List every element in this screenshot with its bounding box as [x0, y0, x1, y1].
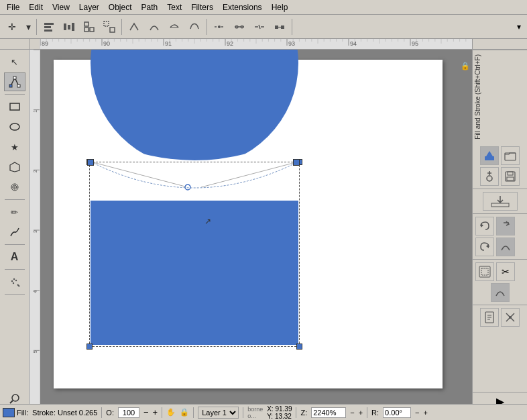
svg-line-125	[201, 162, 298, 187]
opacity-label: O:	[106, 409, 114, 417]
svg-rect-139	[479, 266, 490, 277]
node-symmetric-btn[interactable]	[165, 17, 184, 36]
status-sep-4	[243, 407, 243, 418]
ruler-corner	[0, 39, 30, 49]
svg-rect-135	[507, 177, 514, 180]
svg-line-19	[259, 25, 260, 29]
import-btn[interactable]	[483, 192, 518, 211]
weld-btn[interactable]	[501, 308, 520, 327]
fill-indicator: Fill:	[3, 408, 28, 417]
tool-sep-4	[5, 269, 25, 270]
end-nodes-btn[interactable]	[270, 17, 289, 36]
fill-color-btn[interactable]	[480, 146, 499, 165]
node-editor-tool[interactable]	[4, 72, 25, 91]
zoom-minus[interactable]: −	[350, 409, 354, 417]
svg-text:2: 2	[33, 170, 38, 172]
layer-select[interactable]: Layer 1	[198, 407, 239, 419]
tool-sep-5	[5, 294, 25, 295]
save-btn[interactable]	[501, 167, 520, 186]
tool-sep-3	[5, 244, 25, 245]
distribute-h-btn[interactable]	[60, 17, 78, 36]
toolbar-dropdown[interactable]: ▾	[23, 17, 34, 36]
path-node-btn[interactable]	[491, 283, 510, 302]
text-tool[interactable]: A	[4, 248, 25, 266]
node-cusp-btn[interactable]	[125, 17, 143, 36]
zoom-plus[interactable]: +	[359, 409, 363, 417]
transform-btn[interactable]	[475, 262, 494, 281]
redo-btn[interactable]	[475, 238, 494, 256]
opacity-input[interactable]	[118, 407, 139, 418]
calligraphy-tool[interactable]	[4, 223, 25, 242]
selector-tool[interactable]: ↖	[4, 52, 25, 71]
join-path-btn[interactable]	[230, 17, 249, 36]
canvas-lock-icon[interactable]: 🔒	[460, 60, 471, 71]
status-sep-6	[367, 407, 367, 418]
opacity-minus[interactable]: −	[143, 407, 149, 417]
ruler-left-corner	[30, 39, 40, 49]
fill-color-box	[3, 408, 15, 417]
position-label: borneo...	[247, 406, 263, 419]
rotate-input[interactable]	[383, 407, 411, 418]
svg-rect-20	[275, 25, 278, 29]
rotate-plus[interactable]: +	[424, 409, 428, 417]
ungroup-btn[interactable]	[100, 17, 119, 36]
fill-stroke-tab[interactable]: Fill and Stroke (Shift+Ctrl+F)	[473, 50, 527, 144]
svg-rect-136	[491, 203, 509, 207]
svg-text:4: 4	[33, 291, 38, 293]
toolbar-overflow[interactable]: ▾	[514, 17, 524, 36]
delete-segment-btn[interactable]	[250, 17, 269, 36]
menu-view[interactable]: View	[48, 1, 74, 13]
svg-rect-140	[481, 268, 488, 275]
group-btn[interactable]	[80, 17, 99, 36]
svg-marker-137	[481, 223, 483, 227]
svg-rect-128	[485, 156, 494, 160]
menu-file[interactable]: File	[3, 1, 23, 13]
rotate-minus[interactable]: −	[415, 409, 419, 417]
fill-label: Fill:	[17, 409, 28, 417]
menu-edit[interactable]: Edit	[25, 1, 47, 13]
opacity-plus[interactable]: +	[153, 407, 158, 417]
document-props-btn[interactable]	[480, 308, 499, 327]
undo-btn[interactable]	[475, 217, 494, 235]
toolbar-sep-3	[207, 19, 207, 35]
coords: X: 91.39 Y: 13.32	[267, 405, 292, 420]
ruler-horizontal: 89909192939495	[40, 39, 472, 49]
canvas-area[interactable]: ↗ 🔒	[40, 50, 472, 411]
svg-point-105	[10, 123, 19, 130]
svg-point-13	[218, 25, 221, 28]
curve-btn[interactable]	[496, 238, 515, 256]
redo-paint-btn[interactable]	[496, 217, 515, 235]
transform-tool-btn[interactable]: ✛	[3, 17, 21, 36]
svg-text:3: 3	[33, 230, 38, 233]
menu-layer[interactable]: Layer	[75, 1, 103, 13]
node-auto-btn[interactable]	[185, 17, 204, 36]
stroke-color-btn[interactable]	[480, 167, 499, 186]
svg-rect-3	[64, 23, 66, 30]
menu-object[interactable]: Object	[105, 1, 136, 13]
menu-filters[interactable]: Filters	[187, 1, 217, 13]
svg-point-109	[15, 280, 16, 281]
scissors-btn[interactable]: ✂	[496, 262, 515, 281]
star-tool[interactable]: ★	[4, 138, 25, 156]
3d-box-tool[interactable]	[4, 158, 25, 176]
rectangle-tool[interactable]	[4, 97, 25, 116]
zoom-input[interactable]	[311, 407, 346, 418]
node-left[interactable]	[87, 159, 94, 166]
spiral-tool[interactable]	[4, 178, 25, 197]
menu-path[interactable]: Path	[137, 1, 162, 13]
menu-help[interactable]: Help	[268, 1, 292, 13]
svg-text:5: 5	[33, 350, 38, 353]
lock-icon: 🔒	[180, 408, 189, 417]
spray-tool[interactable]	[4, 272, 25, 291]
node-smooth-btn[interactable]	[145, 17, 164, 36]
node-right[interactable]	[293, 159, 300, 166]
zoom-label: Z:	[300, 409, 307, 417]
break-path-btn[interactable]	[210, 17, 229, 36]
align-left-btn[interactable]	[40, 17, 58, 36]
ellipse-tool[interactable]	[4, 117, 25, 136]
menu-text[interactable]: Text	[163, 1, 186, 13]
right-tools-4: ✂	[473, 260, 527, 305]
pencil-tool[interactable]: ✏	[4, 203, 25, 221]
menu-extensions[interactable]: Extensions	[219, 1, 266, 13]
open-file-btn[interactable]	[501, 146, 520, 165]
